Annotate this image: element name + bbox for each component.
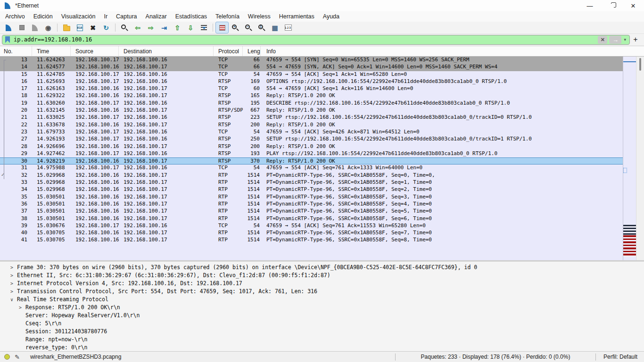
- next-packet-button[interactable]: ⇨: [145, 22, 157, 33]
- stop-capture-button[interactable]: [16, 22, 28, 33]
- previous-packet-button[interactable]: ⇦: [132, 22, 144, 33]
- toolbar-separator: [57, 24, 58, 32]
- vertical-scrollbar[interactable]: [636, 57, 644, 260]
- filter-bookmark-icon[interactable]: [5, 36, 10, 43]
- packet-row-35[interactable]: 3515.030501192.168.100.16192.168.100.17R…: [0, 194, 623, 201]
- menu-item-telefonia[interactable]: Telefonía: [211, 12, 244, 21]
- packet-row-37[interactable]: 3715.030501192.168.100.16192.168.100.17R…: [0, 208, 623, 215]
- reload-file-button[interactable]: ↻: [100, 22, 112, 33]
- packet-row-30[interactable]: 3014.928219192.168.100.16192.168.100.17R…: [0, 157, 623, 165]
- menu-item-estadisticas[interactable]: Estadísticas: [171, 12, 211, 21]
- menu-item-visualizacion[interactable]: Visualización: [57, 12, 100, 21]
- expander-icon[interactable]: >: [0, 288, 13, 296]
- filter-apply-button[interactable]: →: [609, 36, 621, 44]
- first-packet-button[interactable]: ⇧: [171, 22, 183, 33]
- column-header-destination[interactable]: Destination: [119, 46, 214, 56]
- zoom-in-button[interactable]: +: [229, 22, 241, 33]
- detail-line-5[interactable]: >Response: RTSP/1.0 200 OK\r\n: [0, 304, 644, 312]
- column-header-source[interactable]: Source: [71, 46, 119, 56]
- capture-comment-icon[interactable]: ✎: [15, 354, 20, 361]
- filter-clear-button[interactable]: ✕: [598, 36, 607, 44]
- capture-options-button[interactable]: ◉: [42, 22, 54, 33]
- save-file-button[interactable]: 010: [74, 22, 86, 33]
- column-header-lengtl[interactable]: Lengtl: [243, 46, 261, 56]
- packet-row-16[interactable]: 1611.625693192.168.100.17192.168.100.16R…: [0, 78, 623, 85]
- close-button[interactable]: ✕: [622, 0, 644, 11]
- restart-capture-button[interactable]: [29, 22, 41, 33]
- packet-row-36[interactable]: 3615.030501192.168.100.16192.168.100.17R…: [0, 201, 623, 208]
- column-header-time[interactable]: Time: [32, 46, 71, 56]
- detail-line-8[interactable]: Session: 3011214038780776: [0, 328, 644, 336]
- packet-row-21[interactable]: 2111.633025192.168.100.17192.168.100.16R…: [0, 114, 623, 121]
- filter-add-button[interactable]: +: [630, 35, 641, 44]
- column-header-info[interactable]: Info: [261, 46, 622, 56]
- packet-row-31[interactable]: 3114.975988192.168.100.17192.168.100.16T…: [0, 165, 623, 172]
- scrollbar-thumb[interactable]: [639, 58, 641, 71]
- find-packet-button[interactable]: [118, 22, 131, 33]
- packet-row-14[interactable]: 1411.624577192.168.100.16192.168.100.17T…: [0, 64, 623, 71]
- detail-line-7[interactable]: Cseq: 5\r\n: [0, 320, 644, 328]
- packet-row-38[interactable]: 3815.030501192.168.100.16192.168.100.17R…: [0, 215, 623, 222]
- detail-line-1[interactable]: >Ethernet II, Src: 6c:31:80:36:29:67 (6c…: [0, 272, 644, 280]
- packet-row-17[interactable]: 1711.626163192.168.100.16192.168.100.17T…: [0, 85, 623, 92]
- column-header-no[interactable]: No.: [0, 46, 32, 56]
- expander-icon[interactable]: >: [0, 263, 13, 272]
- packet-row-33[interactable]: 3315.029968192.168.100.16192.168.100.17R…: [0, 179, 623, 186]
- menu-item-herramientas[interactable]: Herramientas: [275, 12, 319, 21]
- expander-icon[interactable]: >: [0, 304, 22, 312]
- expander-icon[interactable]: >: [0, 272, 13, 280]
- colorize-button[interactable]: [216, 22, 228, 33]
- menu-item-wireless[interactable]: Wireless: [244, 12, 275, 21]
- menu-item-captura[interactable]: Captura: [112, 12, 141, 21]
- packet-row-15[interactable]: 1511.624785192.168.100.17192.168.100.16T…: [0, 71, 623, 78]
- menu-item-ir[interactable]: Ir: [99, 12, 112, 21]
- packet-row-13[interactable]: 1311.624263192.168.100.17192.168.100.16T…: [0, 57, 623, 64]
- shrink-columns-button[interactable]: 123: [282, 22, 294, 33]
- packet-row-18[interactable]: 1811.629322192.168.100.16192.168.100.17R…: [0, 92, 623, 99]
- detail-line-6[interactable]: Server: Hopeway RealServer/V1.0\r\n: [0, 312, 644, 320]
- zoom-100-button[interactable]: 1: [256, 22, 268, 33]
- packet-row-40[interactable]: 4015.030705192.168.100.16192.168.100.17R…: [0, 230, 623, 237]
- start-capture-button[interactable]: [2, 22, 15, 33]
- expander-icon[interactable]: >: [0, 280, 13, 288]
- minimize-button[interactable]: —: [579, 0, 601, 11]
- packet-row-22[interactable]: 2211.633678192.168.100.16192.168.100.17R…: [0, 122, 623, 129]
- menu-item-archivo[interactable]: Archivo: [1, 12, 29, 21]
- filter-dropdown-caret[interactable]: ▾: [621, 37, 629, 42]
- goto-packet-button[interactable]: ⇥: [158, 22, 170, 33]
- detail-line-0[interactable]: >Frame 30: 370 bytes on wire (2960 bits)…: [0, 263, 644, 272]
- packet-row-32[interactable]: 3215.029968192.168.100.16192.168.100.17R…: [0, 172, 623, 179]
- packet-row-39[interactable]: 3915.030676192.168.100.17192.168.100.16T…: [0, 222, 623, 230]
- detail-line-10[interactable]: reverse_type: 0\r\n: [0, 344, 644, 351]
- zoom-out-button[interactable]: −: [242, 22, 255, 33]
- autoscroll-button[interactable]: [198, 22, 210, 33]
- close-file-button[interactable]: ✖: [87, 22, 99, 33]
- expander-icon[interactable]: ∨: [0, 296, 13, 304]
- menu-item-analizar[interactable]: Analizar: [141, 12, 171, 21]
- last-packet-button[interactable]: ⇩: [184, 22, 197, 33]
- resize-columns-button[interactable]: ▦: [269, 22, 281, 33]
- packet-row-28[interactable]: 2814.926696192.168.100.16192.168.100.17R…: [0, 143, 623, 150]
- packet-row-29[interactable]: 2914.927462192.168.100.17192.168.100.16R…: [0, 150, 623, 157]
- menu-item-edicion[interactable]: Edición: [29, 12, 57, 21]
- packet-row-23[interactable]: 2311.679733192.168.100.17192.168.100.16T…: [0, 129, 623, 136]
- detail-line-9[interactable]: Range: npt=now-\r\n: [0, 336, 644, 344]
- packet-row-34[interactable]: 3415.029968192.168.100.16192.168.100.17R…: [0, 186, 623, 193]
- detail-line-4[interactable]: ∨Real Time Streaming Protocol: [0, 296, 644, 304]
- packet-row-20[interactable]: 2011.632145192.168.100.16192.168.100.17R…: [0, 107, 623, 114]
- menu-item-ayuda[interactable]: Ayuda: [319, 12, 344, 21]
- packet-row-19[interactable]: 1911.630260192.168.100.17192.168.100.16R…: [0, 100, 623, 107]
- intelligent-scrollbar-map[interactable]: [623, 57, 636, 260]
- packet-row-27[interactable]: 2714.926193192.168.100.17192.168.100.16R…: [0, 136, 623, 143]
- restore-button[interactable]: [601, 0, 622, 11]
- packet-row-41[interactable]: 4115.030705192.168.100.16192.168.100.17R…: [0, 237, 623, 244]
- detail-line-2[interactable]: >Internet Protocol Version 4, Src: 192.1…: [0, 280, 644, 288]
- display-filter-input[interactable]: [14, 35, 598, 44]
- detail-line-3[interactable]: >Transmission Control Protocol, Src Port…: [0, 288, 644, 296]
- expert-info-icon[interactable]: [4, 354, 10, 360]
- profile-label[interactable]: Perfil: Default: [597, 354, 644, 360]
- open-file-button[interactable]: [60, 22, 73, 33]
- display-filter-field[interactable]: ✕ → ▾: [2, 35, 630, 45]
- cell-source: 192.168.100.16: [71, 179, 119, 186]
- column-header-protocol[interactable]: Protocol: [214, 46, 243, 56]
